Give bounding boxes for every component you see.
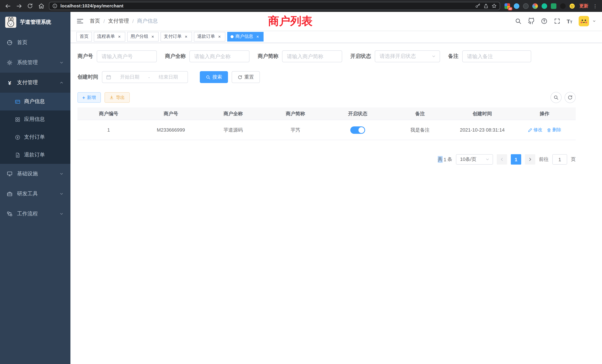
avatar-caret-icon[interactable] [592,19,596,23]
sidebar-item-pay-order[interactable]: 支付订单 [0,128,70,146]
browser-menu-icon[interactable]: ⋮ [593,3,598,9]
prev-page-button[interactable] [497,154,507,165]
tab-close-icon[interactable]: × [255,34,260,39]
breadcrumb-separator: / [132,18,134,24]
sidebar-item-dev-tools[interactable]: 研发工具 [0,184,70,204]
github-icon[interactable] [528,18,534,24]
status-toggle[interactable] [350,126,365,134]
sidebar-item-infrastructure[interactable]: 基础设施 [0,164,70,184]
tab-home[interactable]: 首页 [76,32,92,41]
sidebar-item-home[interactable]: 首页 [0,33,70,53]
breadcrumb-current: 商户信息 [137,18,158,24]
refresh-table-button[interactable] [565,92,576,103]
add-button[interactable]: + 新增 [77,92,101,103]
tab-close-icon[interactable]: × [183,34,189,39]
extension-black-icon[interactable] [560,3,566,9]
help-icon[interactable] [541,18,547,24]
tab-close-icon[interactable]: × [117,34,122,39]
sidebar-menu: 首页 系统管理 ¥ 支付管理 商户信息 [0,33,70,224]
main-area: 商户列表 首页 / 支付管理 / 商户信息 TT [70,12,602,364]
font-size-icon[interactable]: TT [567,18,572,24]
extension-blue-icon[interactable] [514,3,519,9]
chevron-down-icon [59,212,64,216]
sidebar-item-merchant-info[interactable]: 商户信息 [0,93,70,110]
address-bar[interactable]: localhost:1024/pay/merchant [49,2,500,10]
create-time-range-picker[interactable]: 开始日期 - 结束日期 [102,71,188,83]
chevron-up-icon [59,80,64,85]
short-name-input[interactable] [282,50,342,62]
chevron-down-icon [59,192,64,196]
reload-icon[interactable] [27,3,33,9]
tab-pay-order[interactable]: 支付订单 × [161,32,192,41]
user-avatar[interactable] [579,16,589,26]
screen: localhost:1024/pay/merchant 10 更新 ⋮ 芋道管理… [0,0,602,364]
extension-colorful-icon[interactable]: 10 [505,3,510,9]
filter-label: 创建时间 [77,74,98,80]
page-number-button[interactable]: 1 [511,154,521,165]
tab-refund-order[interactable]: 退款订单 × [194,32,225,41]
home-icon[interactable] [38,3,44,9]
tab-process-form[interactable]: 流程表单 × [94,32,125,41]
extension-dark-icon[interactable] [523,3,529,9]
dashboard-icon [7,40,13,46]
col-header: 操作 [513,110,576,117]
edit-icon [528,128,532,132]
goto-page-input[interactable] [552,154,567,165]
start-date-placeholder[interactable]: 开始日期 [114,74,145,80]
tab-close-icon[interactable]: × [217,34,222,39]
sidebar-item-label: 系统管理 [17,59,38,66]
breadcrumb-payment[interactable]: 支付管理 [108,18,129,24]
calendar-icon [106,75,111,80]
bookmark-star-icon[interactable] [492,3,497,9]
profile-avatar-icon[interactable] [569,3,575,9]
chevron-down-icon [59,172,64,176]
hamburger-icon[interactable] [76,17,84,25]
full-name-input[interactable] [189,50,249,62]
breadcrumb-home[interactable]: 首页 [90,18,100,24]
grid-icon [15,117,20,122]
col-header: 创建时间 [451,110,513,117]
search-button[interactable]: 搜索 [200,71,228,83]
cell-status [327,126,389,134]
end-date-placeholder[interactable]: 结束日期 [153,74,184,80]
toggle-search-button[interactable] [550,92,562,103]
remark-input[interactable] [462,50,531,62]
sidebar-item-workflow[interactable]: 工作流程 [0,204,70,224]
search-icon[interactable] [515,18,521,24]
site-info-icon[interactable] [52,3,57,9]
fullscreen-icon[interactable] [554,18,560,24]
tab-user-group[interactable]: 用户分组 × [127,32,159,41]
workflow-icon [7,211,13,217]
merchant-no-input[interactable] [97,50,157,62]
share-icon[interactable] [483,3,489,9]
card-icon [15,99,20,104]
sidebar-item-payment[interactable]: ¥ 支付管理 [0,73,70,93]
tab-merchant-info[interactable]: 商户信息 × [227,32,264,41]
next-page-button[interactable] [525,154,535,165]
browser-update-button[interactable]: 更新 [579,3,588,9]
password-key-icon[interactable] [475,3,480,9]
tab-close-icon[interactable]: × [150,34,155,39]
extension-green-square-icon[interactable] [551,3,556,9]
app-logo[interactable]: 芋道管理系统 [0,12,70,33]
table-toolbar: + 新增 导出 [77,92,576,103]
cell-id: 1 [77,127,140,133]
edit-link[interactable]: 修改 [528,127,542,133]
table-row: 1 M233666999 芋道源码 芋艿 我是备注 2021-10-23 08:… [77,120,576,140]
extension-green-circle-icon[interactable] [542,3,547,9]
table-header-row: 商户编号 商户号 商户全称 商户简称 开启状态 备注 创建时间 操作 [77,107,576,120]
export-button[interactable]: 导出 [104,92,129,103]
filter-merchant-no: 商户号 [77,50,157,62]
sidebar-item-refund-order[interactable]: 退款订单 [0,146,70,164]
delete-link[interactable]: 删除 [547,127,561,133]
extension-rainbow-icon[interactable] [532,3,538,9]
sidebar-item-system[interactable]: 系统管理 [0,53,70,73]
page-size-select[interactable]: 10条/页 [456,154,493,165]
breadcrumb-separator: / [103,18,105,24]
status-select[interactable]: 请选择开启状态 [375,50,440,62]
reset-button[interactable]: 重置 [232,71,260,83]
forward-icon[interactable] [16,3,22,9]
monitor-icon [7,171,13,177]
back-icon[interactable] [4,3,11,9]
sidebar-item-app-info[interactable]: 应用信息 [0,110,70,128]
